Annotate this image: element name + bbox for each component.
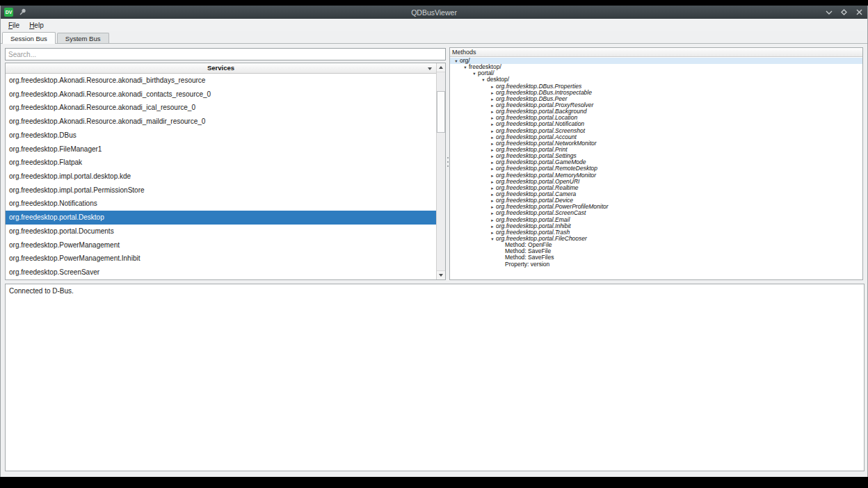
scrollbar-thumb[interactable] [437, 91, 445, 133]
service-row[interactable]: org.freedesktop.Akonadi.Resource.akonadi… [6, 101, 436, 115]
collapse-icon[interactable]: ▾ [453, 58, 460, 64]
expand-icon[interactable]: ▸ [489, 147, 496, 153]
scroll-up-icon[interactable] [437, 63, 445, 72]
expand-icon[interactable]: ▸ [489, 153, 496, 159]
expand-icon[interactable]: ▸ [489, 179, 496, 185]
collapse-icon[interactable]: ▾ [489, 236, 496, 242]
menu-item-help[interactable]: Help [24, 20, 49, 31]
expand-icon[interactable]: ▸ [489, 96, 496, 102]
expand-icon[interactable]: ▸ [489, 134, 496, 140]
expand-icon[interactable]: ▸ [489, 185, 496, 191]
tab-session-bus[interactable]: Session Bus [2, 32, 56, 44]
tab-system-bus[interactable]: System Bus [57, 33, 109, 43]
qdbusviewer-window: DV QDBusViewer FileHelp Session B [0, 6, 868, 477]
expand-icon[interactable]: ▸ [489, 115, 496, 121]
service-row[interactable]: org.freedesktop.ScreenSaver [6, 266, 436, 279]
expand-icon[interactable]: ▸ [489, 204, 496, 210]
tree-row-label: Property: version [505, 261, 549, 268]
expand-icon[interactable]: ▸ [489, 197, 496, 204]
log-text: Connected to D-Bus. [9, 287, 74, 295]
expand-icon[interactable]: ▸ [489, 172, 496, 179]
service-row[interactable]: org.freedesktop.Flatpak [6, 156, 436, 170]
tree-row[interactable]: ▾portal/ [450, 70, 862, 76]
tree-row[interactable]: ▾freedesktop/ [450, 64, 862, 70]
expand-icon[interactable]: ▸ [489, 140, 496, 147]
service-row[interactable]: org.freedesktop.DBus [6, 129, 436, 143]
sort-indicator-icon [428, 67, 432, 70]
service-row[interactable]: org.freedesktop.FileManager1 [6, 143, 436, 156]
methods-tree: ▾org/▾freedesktop/▾portal/▾desktop/▸org.… [450, 57, 862, 268]
expand-icon[interactable]: ▸ [489, 165, 496, 172]
expand-icon[interactable]: ▸ [489, 210, 496, 216]
menubar: FileHelp [1, 19, 867, 31]
expand-icon[interactable]: ▸ [489, 229, 496, 236]
service-row[interactable]: org.freedesktop.Akonadi.Resource.akonadi… [6, 115, 436, 129]
service-row[interactable]: org.freedesktop.Akonadi.Resource.akonadi… [6, 88, 436, 101]
methods-header: Methods [450, 48, 862, 57]
window-controls [824, 8, 864, 17]
services-scrollbar[interactable] [436, 63, 445, 279]
expand-icon[interactable]: ▸ [489, 217, 496, 223]
methods-panel: Methods ▾org/▾freedesktop/▾portal/▾deskt… [449, 47, 863, 280]
service-row[interactable]: org.freedesktop.Akonadi.Resource.akonadi… [6, 74, 436, 88]
tree-row[interactable]: ▾org/ [450, 58, 862, 64]
service-row[interactable]: org.freedesktop.portal.Documents [6, 225, 436, 238]
collapse-icon[interactable]: ▾ [471, 70, 478, 76]
main-content: Services org.freedesktop.Akonadi.Resourc… [1, 43, 867, 477]
expand-icon[interactable]: ▸ [489, 102, 496, 108]
scroll-down-icon[interactable] [437, 270, 445, 279]
services-header-label: Services [207, 64, 234, 72]
service-row[interactable]: org.freedesktop.PowerManagement [6, 238, 436, 252]
collapse-icon[interactable]: ▾ [480, 76, 487, 83]
services-column-header[interactable]: Services [6, 63, 445, 74]
collapse-icon[interactable]: ▾ [462, 64, 469, 70]
search-input[interactable] [5, 48, 446, 60]
log-area: Connected to D-Bus. [5, 284, 865, 471]
minimize-button[interactable] [824, 8, 833, 17]
window-title: QDBusViewer [1, 8, 867, 17]
close-button[interactable] [855, 8, 864, 17]
expand-icon[interactable]: ▸ [489, 90, 496, 96]
pin-icon[interactable] [17, 8, 27, 17]
expand-icon[interactable]: ▸ [489, 121, 496, 127]
tree-row[interactable]: Property: version [450, 261, 862, 268]
expand-icon[interactable]: ▸ [489, 83, 496, 90]
services-list: org.freedesktop.Akonadi.Resource.akonadi… [6, 74, 436, 279]
expand-icon[interactable]: ▸ [489, 191, 496, 197]
app-icon: DV [4, 8, 13, 17]
expand-icon[interactable]: ▸ [489, 108, 496, 115]
expand-icon[interactable]: ▸ [489, 128, 496, 134]
services-table: Services org.freedesktop.Akonadi.Resourc… [5, 63, 446, 280]
service-row[interactable]: org.freedesktop.Notifications [6, 197, 436, 211]
expand-icon[interactable]: ▸ [489, 223, 496, 229]
service-row[interactable]: org.freedesktop.impl.portal.desktop.kde [6, 170, 436, 184]
service-row[interactable]: org.freedesktop.impl.portal.PermissionSt… [6, 184, 436, 197]
expand-icon[interactable]: ▸ [489, 159, 496, 165]
menu-item-file[interactable]: File [3, 20, 24, 31]
titlebar: DV QDBusViewer [1, 6, 867, 19]
tabbar: Session BusSystem Bus [1, 31, 867, 43]
service-row[interactable]: org.freedesktop.portal.Desktop [6, 211, 436, 225]
service-row[interactable]: org.freedesktop.PowerManagement.Inhibit [6, 252, 436, 266]
maximize-button[interactable] [839, 8, 849, 17]
